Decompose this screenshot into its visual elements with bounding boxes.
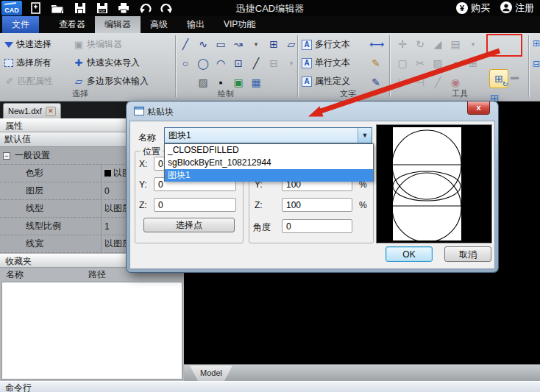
group-icon: ⊞ [466,57,480,70]
arc-icon[interactable]: ◠ [214,57,227,70]
quick-select-button[interactable]: 快速选择 [4,35,53,54]
circle-icon[interactable]: ○ [179,57,192,70]
user-icon [500,1,512,13]
ellipse-icon[interactable]: ◯ [196,57,210,70]
favorites-list[interactable] [1,282,182,379]
rectangle-icon[interactable]: ▭ [214,38,227,51]
hatch-icon[interactable]: ▨ [196,76,210,89]
paste-block-dialog: 粘贴块 x 名称 图块1 ▼ 位置 X: Y: Z: 选择点 Y: % Z: [127,101,498,272]
tools-icons-row2: ▢✂▨▾⊞ [396,57,480,70]
dropdown-arrow-icon: ▾ [285,57,298,70]
block-editor-icon: ▣ [74,39,84,50]
scale-z-input[interactable] [282,198,352,212]
refresh-badge-icon: ↻ [502,81,508,88]
dropdown-item-selected[interactable]: 图块1 [165,169,373,182]
attribute-icon: A [302,76,312,87]
open-file-icon[interactable] [50,1,65,15]
print-icon[interactable] [116,1,131,15]
collapse-icon[interactable]: − [3,152,10,160]
ribbon-text-column: A多行文本 A单行文本 A属性定义 [302,35,350,90]
align-left-icon: ⊢ [396,76,409,89]
table-icon[interactable]: ▦ [249,76,263,89]
position-y-label: Y: [139,179,147,190]
marquee-icon [4,59,13,67]
yuan-icon: ¥ [456,2,468,14]
draw-icons-row3: ▨▪▣▦ [196,76,263,89]
menu-tab-output[interactable]: 输出 [177,16,214,33]
angle-input[interactable] [282,219,352,233]
new-file-icon[interactable] [28,1,43,15]
tools-group-label: 工具 [452,88,468,99]
point-icon[interactable]: ▪ [214,76,227,89]
document-tab-label: New1.dxf [8,104,42,118]
edit-attribute-icon[interactable]: ✎ [369,76,383,89]
dropdown-item[interactable]: sgBlockByEnt_108212944 [165,157,373,169]
quick-entity-import-button[interactable]: ✚快速实体导入 [74,54,149,72]
funnel-icon [4,42,13,48]
mirror-icon: ◢ [431,38,444,51]
brush-icon: ✐ [4,76,15,87]
ok-button[interactable]: OK [386,246,433,262]
dropdown-arrow-icon: ▾ [449,57,462,70]
close-button[interactable]: x [467,101,490,115]
menu-tab-vip[interactable]: VIP功能 [214,16,265,33]
draw-group-label: 绘制 [218,88,234,99]
save-icon[interactable] [73,1,88,15]
app-logo-icon: CAD [1,1,22,15]
command-line-bar[interactable]: 命令行 [0,381,540,392]
polygon-icon: ▱ [74,76,84,87]
select-all-button[interactable]: 选择所有 [4,54,53,72]
ribbon-select-column2: ▣块编辑器 ✚快速实体导入 ▱多边形实体输入 [74,35,149,90]
polyline-icon[interactable]: ↝ [232,38,245,51]
singleline-text-button[interactable]: A单行文本 [302,54,350,72]
close-tab-icon[interactable]: ✕ [46,107,56,116]
boundary-icon[interactable]: ▱ [285,38,298,51]
menu-tab-advanced[interactable]: 高级 [141,16,177,33]
paste-block-button[interactable]: ⊞↻ [489,69,508,88]
array-icon: ▤ [449,38,462,51]
copy-entities-icon[interactable]: ⊞ [267,38,280,51]
chevron-down-icon[interactable]: ▼ [358,128,372,143]
register-button[interactable]: 注册 [500,1,534,15]
block-name-combobox[interactable]: 图块1 ▼ [164,127,372,143]
pencil-line-icon[interactable]: ╱ [249,57,263,70]
layout-tab-bar: Model [184,364,540,381]
favorites-col-name[interactable]: 名称 [0,268,88,282]
edit-text-icon[interactable]: ✎ [369,57,383,70]
block-icon[interactable]: ⊡ [232,57,245,70]
redo-icon[interactable] [159,1,174,15]
image-icon[interactable]: ▣ [232,76,245,89]
select-point-button[interactable]: 选择点 [143,218,235,232]
menu-tab-viewer[interactable]: 查看器 [49,16,95,33]
block-preview [376,124,492,243]
position-z-input[interactable] [154,198,236,212]
buy-button[interactable]: ¥购买 [456,1,490,15]
line-icon[interactable]: ╱ [179,38,192,51]
dimension-icon[interactable]: ⟷ [369,38,383,51]
dropdown-item[interactable]: _CLOSEDFILLED [165,144,373,157]
favorites-col-path[interactable]: 路径 [88,268,106,282]
position-x-label: X: [139,159,147,169]
move-icon: ✛ [396,38,409,51]
tools-icons-row3: ⊢⊣╱◉ [396,76,462,89]
dropdown-arrow-icon[interactable]: ▾ [249,38,263,51]
app-window: CAD PDF [0,0,540,392]
spline-icon[interactable]: ∿ [196,38,210,51]
cancel-button[interactable]: 取消 [444,246,491,262]
model-tab[interactable]: Model [190,366,232,381]
trim-icon: ✂ [413,57,427,70]
snap-icon[interactable]: ◉ [449,76,462,89]
save-pdf-icon[interactable]: PDF [95,1,110,15]
menu-tab-file[interactable]: 文件 [2,16,39,33]
text-icons-column: ⟷✎✎ [369,38,383,89]
tools-icons-row1: ✛↻◢▤▾ [396,38,480,51]
block-editor-button: ▣块编辑器 [74,35,149,54]
paste-options-icon[interactable]: ▬ [511,73,520,81]
document-tab[interactable]: New1.dxf ✕ [3,103,61,118]
dialog-icon [134,107,144,115]
multiline-text-button[interactable]: A多行文本 [302,35,350,54]
menu-tab-editor[interactable]: 编辑器 [95,16,141,33]
undo-icon[interactable] [138,1,153,15]
plus-icon: ✚ [74,57,84,68]
group-separator [528,35,529,97]
